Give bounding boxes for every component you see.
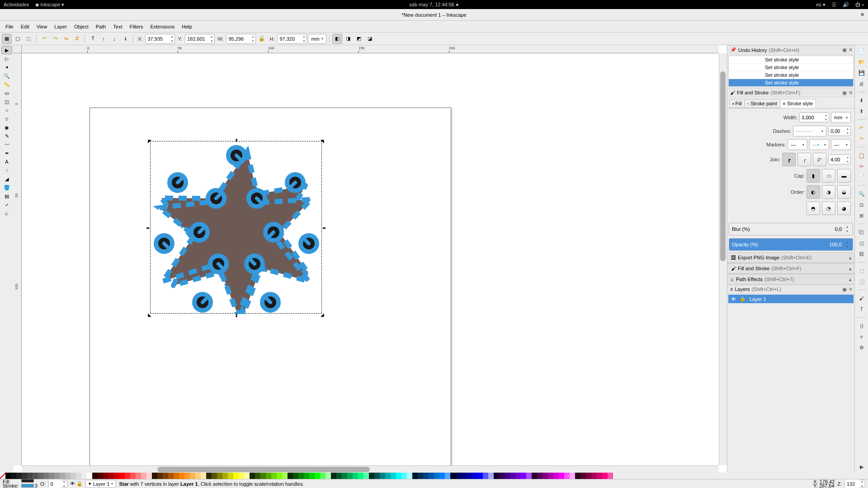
- menu-edit[interactable]: Edit: [17, 22, 33, 31]
- marker-end-select[interactable]: —: [831, 139, 851, 150]
- swatch[interactable]: [114, 473, 119, 479]
- swatch[interactable]: [505, 473, 510, 479]
- swatch[interactable]: [141, 473, 146, 479]
- swatch[interactable]: [228, 473, 233, 479]
- minimize-icon[interactable]: ▣: [842, 47, 847, 53]
- swatch[interactable]: [434, 473, 439, 479]
- minimize-icon[interactable]: ▣: [842, 90, 847, 96]
- redo-icon[interactable]: ↷: [857, 135, 866, 143]
- stroke-swatch[interactable]: [21, 484, 34, 488]
- x-input[interactable]: ▲▼: [145, 34, 175, 44]
- eraser-tool[interactable]: ◢: [1, 175, 12, 183]
- ungroup-icon[interactable]: ⬜: [857, 277, 866, 286]
- swatch[interactable]: [179, 473, 184, 479]
- prefs-icon[interactable]: ⚙: [857, 343, 866, 352]
- calligraphy-tool[interactable]: ✒: [1, 149, 12, 157]
- swatch[interactable]: [537, 473, 542, 479]
- menu-view[interactable]: View: [33, 22, 51, 31]
- volume-icon[interactable]: 🔊: [843, 2, 849, 8]
- cap-butt-button[interactable]: ▮: [807, 169, 820, 183]
- import-icon[interactable]: ⬇: [857, 96, 866, 104]
- dash-pattern-select[interactable]: ·······: [793, 126, 826, 136]
- cap-square-button[interactable]: ▬: [837, 169, 851, 183]
- swatch[interactable]: [342, 473, 347, 479]
- canvas[interactable]: ◤ ⬍ ◥ ⬌ ⬌ ◣ ⬍ ◢: [22, 53, 719, 465]
- swatch[interactable]: [586, 473, 591, 479]
- undo-icon[interactable]: ↶: [857, 124, 866, 132]
- order-3-button[interactable]: ◒: [837, 185, 851, 199]
- swatch[interactable]: [580, 473, 586, 479]
- select-all-button[interactable]: ▢: [13, 34, 23, 44]
- measure-tool[interactable]: 📏: [1, 80, 12, 89]
- swatch[interactable]: [92, 473, 98, 479]
- transform-pattern-button[interactable]: ◪: [365, 34, 375, 44]
- menu-help[interactable]: Help: [178, 22, 196, 31]
- rotate-cw-button[interactable]: ↷: [50, 34, 60, 44]
- undo-list[interactable]: Set stroke style Set stroke style Set st…: [728, 56, 854, 87]
- swatch[interactable]: [499, 473, 505, 479]
- layer-item[interactable]: 👁 🔓 Layer 1: [728, 295, 854, 303]
- paste-icon[interactable]: 📄: [857, 173, 866, 181]
- undo-item[interactable]: Set stroke style: [729, 64, 853, 71]
- menu-file[interactable]: File: [2, 22, 17, 31]
- order-2-button[interactable]: ◑: [822, 185, 835, 199]
- swatch[interactable]: [450, 473, 456, 479]
- swatch[interactable]: [521, 473, 526, 479]
- join-round-button[interactable]: ╭: [797, 153, 811, 166]
- swatch[interactable]: [374, 473, 380, 479]
- zoom-draw-icon[interactable]: ⊞: [857, 211, 866, 220]
- swatch[interactable]: [429, 473, 434, 479]
- swatch[interactable]: [212, 473, 217, 479]
- swatch[interactable]: [515, 473, 521, 479]
- ruler-vertical[interactable]: 0 50 100: [14, 53, 22, 465]
- swatch[interactable]: [103, 473, 108, 479]
- connector-tool[interactable]: ⟀: [1, 209, 12, 217]
- pencil-tool[interactable]: ✎: [1, 132, 12, 140]
- tab-stroke-style[interactable]: ≡ Stroke style: [780, 99, 816, 108]
- layer-indicator-icon[interactable]: 👁 🔓: [70, 481, 83, 487]
- lock-aspect-button[interactable]: 🔒: [257, 34, 267, 44]
- select-all-layers-button[interactable]: ▦: [2, 34, 12, 44]
- stroke-width-input[interactable]: ▲▼: [799, 113, 829, 122]
- swatch[interactable]: [526, 473, 532, 479]
- swatch[interactable]: [320, 473, 326, 479]
- swatch[interactable]: [255, 473, 260, 479]
- order-5-button[interactable]: ◔: [822, 202, 835, 215]
- swatch[interactable]: [532, 473, 537, 479]
- lock-icon[interactable]: 🔓: [740, 296, 746, 302]
- swatch[interactable]: [510, 473, 515, 479]
- export-png-panel[interactable]: 🖼 Export PNG Image (Shift+Ctrl+E) ▴: [727, 252, 854, 263]
- close-panel-icon[interactable]: ✕: [849, 47, 853, 53]
- scroll-right-icon[interactable]: ▶: [857, 463, 866, 471]
- swatch[interactable]: [130, 473, 136, 479]
- color-palette[interactable]: [0, 473, 868, 479]
- opacity-slider[interactable]: Opacity (%) 100,0 ▲▼: [729, 238, 853, 251]
- dropper-tool[interactable]: ✓: [1, 201, 12, 209]
- blur-slider[interactable]: Blur (%) 0,0 ▲▼: [729, 223, 853, 235]
- swatch[interactable]: [309, 473, 315, 479]
- ruler-horizontal[interactable]: 0 50 100 150 200: [22, 45, 719, 53]
- group-icon[interactable]: ⬚: [857, 267, 866, 275]
- swatch[interactable]: [65, 473, 71, 479]
- path-effects-panel[interactable]: ⟀ Path Effects (Shift+Ctrl+7) ▴: [727, 274, 854, 285]
- swatch[interactable]: [456, 473, 461, 479]
- swatch[interactable]: [201, 473, 206, 479]
- swatch[interactable]: [195, 473, 201, 479]
- swatch[interactable]: [494, 473, 499, 479]
- swatch[interactable]: [608, 473, 613, 479]
- marker-mid-select[interactable]: —•: [809, 139, 829, 150]
- scrollbar-vertical[interactable]: [719, 53, 727, 465]
- swatch[interactable]: [559, 473, 564, 479]
- swatch[interactable]: [304, 473, 309, 479]
- w-input[interactable]: ▲▼: [226, 34, 256, 44]
- open-icon[interactable]: 📂: [857, 58, 866, 66]
- swatch[interactable]: [60, 473, 65, 479]
- swatch[interactable]: [423, 473, 429, 479]
- swatch[interactable]: [407, 473, 412, 479]
- unit-select[interactable]: mm: [308, 34, 326, 44]
- swatch[interactable]: [570, 473, 575, 479]
- swatch[interactable]: [597, 473, 602, 479]
- spiral-tool[interactable]: ◉: [1, 123, 12, 131]
- power-icon[interactable]: ⏻ ▾: [855, 2, 864, 7]
- swatch[interactable]: [16, 473, 22, 479]
